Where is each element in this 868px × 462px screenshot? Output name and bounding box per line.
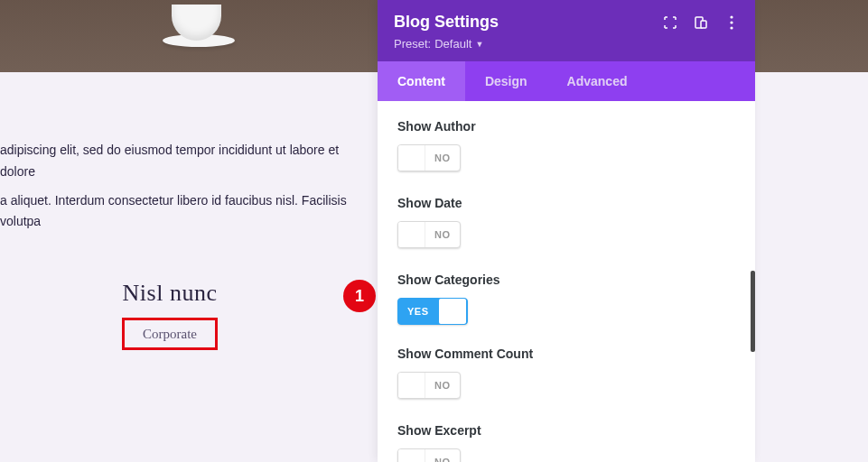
toggle-state-label: NO [425, 380, 460, 391]
panel-tabs: Content Design Advanced [378, 61, 755, 101]
preset-selector[interactable]: Preset: Default ▼ [394, 37, 739, 51]
responsive-icon[interactable] [694, 15, 708, 30]
toggle-show-date[interactable]: NO [397, 221, 461, 248]
toggle-show-excerpt[interactable]: NO [397, 448, 461, 462]
chevron-down-icon: ▼ [475, 40, 483, 49]
toggle-knob [398, 449, 425, 462]
post-category[interactable]: Corporate [143, 327, 197, 341]
setting-label: Show Author [397, 119, 735, 134]
tab-advanced[interactable]: Advanced [547, 61, 648, 101]
toggle-state-label: NO [425, 229, 460, 240]
panel-title: Blog Settings [394, 13, 499, 32]
svg-point-2 [730, 15, 733, 18]
setting-label: Show Comment Count [397, 346, 735, 361]
toggle-state-label: NO [425, 152, 460, 163]
expand-icon[interactable] [663, 15, 677, 30]
setting-show-date: Show Date NO [397, 196, 735, 251]
post-title: Nisl nunc [122, 280, 218, 307]
page-text-block: adipiscing elit, sed do eiusmod tempor i… [0, 140, 375, 240]
toggle-state-label: YES [398, 306, 438, 317]
svg-point-4 [730, 26, 733, 29]
annotation-marker-1: 1 [343, 280, 376, 312]
setting-show-author: Show Author NO [397, 119, 735, 174]
tab-design[interactable]: Design [465, 61, 547, 101]
toggle-knob [398, 373, 425, 398]
settings-panel: Blog Settings [378, 0, 755, 462]
scrollbar-thumb[interactable] [751, 271, 755, 352]
setting-label: Show Date [397, 196, 735, 210]
toggle-show-comment-count[interactable]: NO [397, 372, 461, 399]
setting-show-comment-count: Show Comment Count NO [397, 346, 735, 402]
toggle-knob [398, 222, 425, 247]
setting-show-excerpt: Show Excerpt NO [397, 423, 735, 462]
svg-rect-1 [701, 21, 706, 28]
setting-show-categories: Show Categories YES [397, 273, 735, 325]
setting-label: Show Excerpt [397, 423, 735, 438]
paragraph-line: a aliquet. Interdum consectetur libero i… [0, 190, 375, 234]
toggle-show-categories[interactable]: YES [397, 298, 468, 325]
panel-body: Show Author NO Show Date NO Show Categor… [378, 101, 755, 462]
svg-point-3 [730, 21, 733, 23]
toggle-knob [398, 145, 425, 171]
tab-content[interactable]: Content [378, 61, 465, 101]
setting-label: Show Categories [397, 273, 735, 287]
toggle-state-label: NO [425, 457, 460, 462]
toggle-show-author[interactable]: NO [397, 144, 461, 171]
panel-header: Blog Settings [378, 0, 755, 61]
category-highlight-box: Corporate [122, 318, 218, 350]
hero-mug [163, 0, 235, 45]
toggle-knob [439, 299, 466, 324]
post-preview: Nisl nunc Corporate [122, 280, 218, 350]
paragraph-line: adipiscing elit, sed do eiusmod tempor i… [0, 140, 375, 183]
more-menu-icon[interactable] [724, 15, 739, 30]
